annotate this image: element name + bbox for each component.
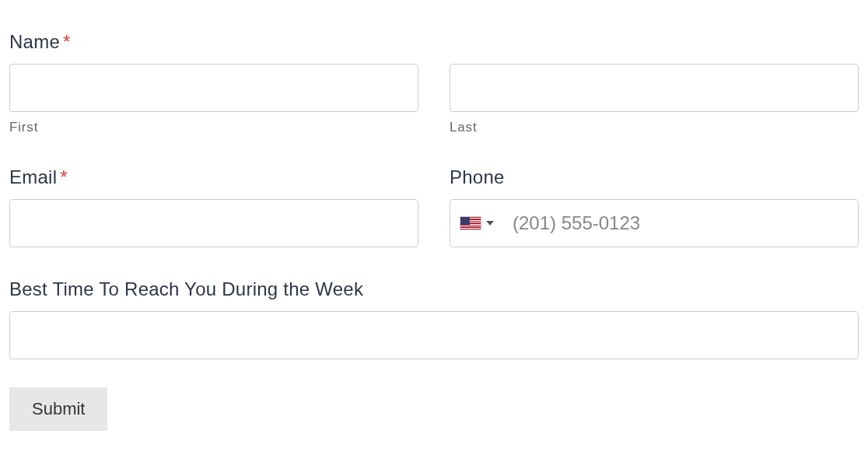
phone-input-wrap: [450, 199, 859, 247]
last-name-sublabel: Last: [450, 120, 859, 135]
last-name-group: Last: [450, 31, 859, 135]
required-marker: *: [63, 31, 71, 52]
submit-button[interactable]: Submit: [9, 387, 107, 431]
first-name-group: Name* First: [9, 31, 418, 135]
contact-form: Name* First Last Email* Phone: [9, 31, 859, 431]
last-name-field[interactable]: [450, 64, 859, 112]
best-time-field[interactable]: [9, 311, 859, 359]
phone-group: Phone: [450, 166, 859, 247]
email-group: Email*: [9, 166, 418, 247]
name-label-text: Name: [9, 31, 60, 52]
name-row: Name* First Last: [9, 31, 859, 135]
required-marker: *: [60, 166, 68, 187]
us-flag-icon: [460, 216, 481, 230]
phone-country-selector[interactable]: [460, 213, 497, 233]
name-label: Name*: [9, 31, 418, 53]
chevron-down-icon: [486, 221, 494, 226]
email-label: Email*: [9, 166, 418, 188]
best-time-group: Best Time To Reach You During the Week: [9, 278, 859, 359]
phone-field[interactable]: [497, 200, 850, 247]
email-label-text: Email: [9, 166, 57, 187]
first-name-field[interactable]: [9, 64, 418, 112]
phone-label: Phone: [450, 166, 859, 188]
email-phone-row: Email* Phone: [9, 166, 859, 247]
best-time-label: Best Time To Reach You During the Week: [9, 278, 859, 300]
first-name-sublabel: First: [9, 120, 418, 135]
email-field[interactable]: [9, 199, 418, 247]
name-label-placeholder: [450, 31, 859, 53]
